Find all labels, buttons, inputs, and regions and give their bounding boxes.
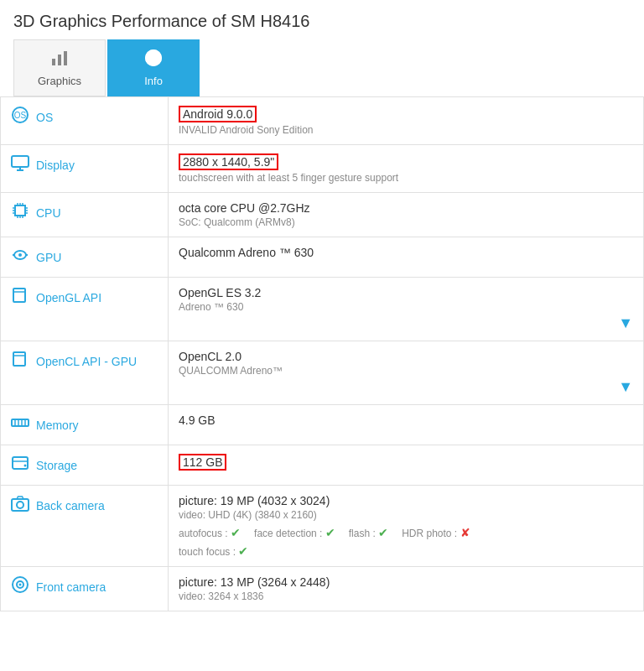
- front-camera-label: Front camera: [11, 575, 158, 598]
- opencl-dropdown-icon[interactable]: ▼: [618, 378, 633, 396]
- os-icon: OS: [11, 106, 29, 128]
- front-camera-sub: video: 3264 x 1836: [179, 590, 633, 602]
- gpu-label: GPU: [11, 246, 158, 268]
- cpu-sub: SoC: Qualcomm (ARMv8): [179, 216, 633, 228]
- memory-label: Memory: [11, 414, 158, 436]
- front-camera-icon: [11, 575, 29, 598]
- back-camera-features: autofocus : ✔ face detection : ✔ flash :…: [179, 526, 633, 539]
- feature-flash: flash : ✔: [349, 526, 388, 539]
- cpu-label: CPU: [11, 201, 158, 224]
- svg-rect-38: [13, 457, 28, 469]
- tab-info-label: Info: [144, 75, 163, 87]
- memory-icon: [11, 414, 29, 436]
- tab-bar: Graphics i i Info: [0, 39, 644, 96]
- gpu-icon: [11, 246, 29, 268]
- back-camera-value: picture: 19 MP (4032 x 3024): [179, 494, 633, 507]
- storage-label: Storage: [11, 454, 158, 476]
- svg-rect-2: [64, 51, 67, 65]
- info-table: OS OS Android 9.0.0 INVALID Android Sony…: [0, 96, 644, 611]
- svg-rect-33: [12, 419, 29, 426]
- tab-info[interactable]: i i Info: [107, 39, 200, 96]
- svg-text:i: i: [152, 51, 155, 65]
- svg-point-45: [19, 584, 22, 586]
- table-row: OS OS Android 9.0.0 INVALID Android Sony…: [1, 97, 644, 145]
- page-title: 3D Graphics Performance of SM H8416: [0, 0, 644, 39]
- camera-icon: [11, 494, 29, 517]
- opencl-label: OpenCL API - GPU: [11, 350, 158, 372]
- table-row: CPU octa core CPU @2.7GHz SoC: Qualcomm …: [1, 193, 644, 237]
- feature-autofocus: autofocus : ✔: [179, 526, 241, 539]
- front-camera-value: picture: 13 MP (3264 x 2448): [179, 575, 633, 589]
- hdr-cross: ✘: [460, 526, 470, 539]
- svg-rect-0: [52, 59, 55, 65]
- opengl-icon: [11, 286, 29, 309]
- opencl-icon: [11, 350, 29, 372]
- opengl-value: OpenGL ES 3.2: [179, 286, 633, 299]
- table-row: Back camera picture: 19 MP (4032 x 3024)…: [1, 486, 644, 567]
- info-icon: i i: [144, 49, 163, 71]
- flash-check: ✔: [378, 526, 388, 539]
- display-sub: touchscreen with at least 5 finger gestu…: [179, 172, 633, 184]
- svg-rect-31: [13, 352, 25, 366]
- opencl-value: OpenCL 2.0: [179, 350, 633, 363]
- svg-rect-29: [13, 289, 25, 302]
- display-label: Display: [11, 153, 158, 176]
- opengl-sub: Adreno ™ 630: [179, 301, 633, 313]
- table-row: OpenGL API OpenGL ES 3.2 Adreno ™ 630 ▼: [1, 278, 644, 341]
- os-sub: INVALID Android Sony Edition: [179, 124, 633, 136]
- tab-graphics[interactable]: Graphics: [13, 39, 106, 96]
- cpu-icon: [11, 201, 29, 224]
- table-row: GPU Qualcomm Adreno ™ 630: [1, 237, 644, 278]
- feature-hdr: HDR photo : ✘: [402, 526, 470, 539]
- opencl-sub: QUALCOMM Adreno™: [179, 365, 633, 377]
- storage-value: 112 GB: [179, 454, 633, 471]
- table-row: OpenCL API - GPU OpenCL 2.0 QUALCOMM Adr…: [1, 341, 644, 405]
- opengl-label: OpenGL API: [11, 286, 158, 309]
- table-row: Display 2880 x 1440, 5.9" touchscreen wi…: [1, 145, 644, 193]
- svg-rect-1: [58, 55, 61, 65]
- display-value: 2880 x 1440, 5.9": [179, 153, 633, 170]
- back-camera-sub: video: UHD (4K) (3840 x 2160): [179, 509, 633, 521]
- table-row: Front camera picture: 13 MP (3264 x 2448…: [1, 567, 644, 611]
- touch-focus-check: ✔: [238, 544, 248, 558]
- back-camera-label: Back camera: [11, 494, 158, 517]
- svg-point-26: [18, 253, 22, 257]
- feature-touch-focus: touch focus : ✔: [179, 544, 633, 558]
- svg-point-40: [24, 465, 27, 467]
- feature-face-detection: face detection : ✔: [254, 526, 335, 539]
- svg-rect-9: [12, 156, 29, 167]
- storage-icon: [11, 454, 29, 476]
- table-row: Memory 4.9 GB: [1, 405, 644, 445]
- svg-rect-12: [15, 205, 25, 216]
- os-value: Android 9.0.0: [179, 106, 633, 122]
- tab-graphics-label: Graphics: [38, 75, 81, 87]
- face-detection-check: ✔: [325, 526, 335, 539]
- svg-text:OS: OS: [14, 111, 27, 120]
- svg-point-42: [17, 502, 23, 508]
- opengl-dropdown-icon[interactable]: ▼: [618, 315, 633, 332]
- table-row: Storage 112 GB: [1, 445, 644, 486]
- os-label: OS OS: [11, 106, 158, 128]
- graphics-icon: [50, 49, 69, 71]
- cpu-value: octa core CPU @2.7GHz: [179, 201, 633, 215]
- display-icon: [11, 153, 29, 176]
- gpu-value: Qualcomm Adreno ™ 630: [179, 246, 633, 259]
- memory-value: 4.9 GB: [179, 414, 633, 427]
- autofocus-check: ✔: [231, 526, 241, 539]
